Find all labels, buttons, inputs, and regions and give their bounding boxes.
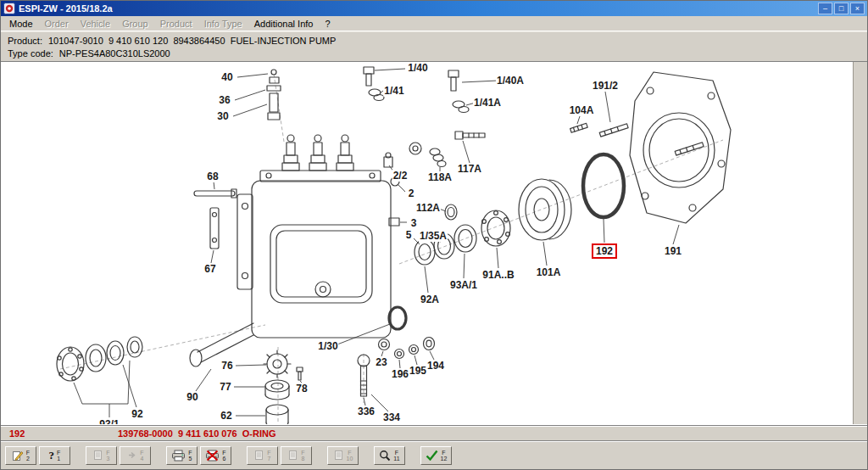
part-label-68[interactable]: 68 [206,171,219,182]
part-label-77[interactable]: 77 [219,381,231,393]
page-icon [253,450,264,461]
toolbar-button-f11[interactable]: F11 [374,446,405,465]
part-label-93A/1[interactable]: 93A/1 [449,279,478,291]
toolbar-button-f10: F10 [327,446,359,465]
toolbar-button-f12[interactable]: F12 [420,446,452,465]
part-label-194[interactable]: 194 [426,360,445,372]
menu-item-vehicle: Vehicle [75,18,116,30]
title-bar: ESPI-ZW - 2015/18.2a – □ × [1,1,867,16]
toolbar-group: F10 [327,446,359,465]
part-label-104A[interactable]: 104A [569,104,595,116]
fkey-label: F11 [393,450,399,462]
part-label-62[interactable]: 62 [220,410,232,422]
toolbar-group: F11 [374,446,405,465]
part-label-1/35A[interactable]: 1/35A [419,230,448,242]
part-label-334[interactable]: 334 [382,411,401,423]
toolbar-button-f8: F8 [281,446,312,465]
page-icon [287,450,298,461]
part-label-30[interactable]: 30 [216,110,229,122]
app-icon [3,3,15,14]
zoom-icon [379,450,391,462]
minimize-button[interactable]: – [818,3,832,14]
function-toolbar: F2?F1F3F4F5F6F7F8F10F11F12 [1,440,867,469]
part-label-layer: 4036301/401/411/40A1/41A682/2118A117A211… [1,62,853,424]
page-icon [333,450,344,461]
toolbar-button-f5[interactable]: F5 [166,446,198,465]
part-label-191/2[interactable]: 191/2 [592,80,619,92]
part-label-101A[interactable]: 101A [536,266,562,278]
part-label-92A[interactable]: 92A [420,294,440,305]
toolbar-button-f4: F4 [120,446,151,465]
part-label-36[interactable]: 36 [218,94,231,106]
part-label-5[interactable]: 5 [405,229,413,241]
toolbar-group: F2?F1 [5,446,70,465]
part-label-196[interactable]: 196 [391,368,409,380]
part-label-2/2[interactable]: 2/2 [392,170,409,182]
toolbar-button-f1[interactable]: ?F1 [39,446,70,465]
part-label-1/40A[interactable]: 1/40A [496,75,525,87]
part-label-191[interactable]: 191 [664,245,682,257]
part-label-76[interactable]: 76 [220,360,233,372]
part-label-1/30[interactable]: 1/30 [317,340,338,352]
page-icon [92,450,103,461]
part-label-40[interactable]: 40 [220,71,233,83]
maximize-button[interactable]: □ [834,3,849,14]
part-label-92[interactable]: 92 [131,408,143,420]
fkey-label: F1 [57,450,60,462]
menu-item-additional-info[interactable]: Additional Info [248,18,320,30]
print-cancel-icon [205,450,220,462]
part-label-1/40[interactable]: 1/40 [407,62,428,74]
fkey-label: F12 [441,450,448,462]
part-label-3[interactable]: 3 [410,217,418,229]
part-label-1/41[interactable]: 1/41 [383,85,404,97]
fkey-label: F4 [140,450,143,462]
part-label-90[interactable]: 90 [186,391,198,403]
part-label-91A..B[interactable]: 91A..B [481,269,515,281]
part-label-192[interactable]: 192 [592,243,617,259]
main-area: 4036301/401/411/40A1/41A682/2118A117A211… [1,62,867,425]
toolbar-group: F12 [420,446,452,465]
fkey-label: F5 [188,450,192,462]
product-value: 101047-9010 9 410 610 120 8943864450 FUE… [48,36,336,46]
close-button[interactable]: × [850,3,865,14]
toolbar-group: F3F4 [86,446,151,465]
menu-item-mode[interactable]: Mode [3,18,39,30]
window-title: ESPI-ZW - 2015/18.2a [19,3,816,14]
fkey-label: F2 [26,450,30,462]
app-window: ESPI-ZW - 2015/18.2a – □ × ModeOrderVehi… [0,0,868,470]
type-code-value: NP-PES4A80C310LS2000 [59,48,170,59]
fkey-label: F6 [222,450,225,462]
fkey-label: F10 [347,450,353,462]
part-label-67[interactable]: 67 [203,263,216,275]
toolbar-button-f7: F7 [247,446,278,465]
fkey-label: F8 [301,450,304,462]
toolbar-button-f6[interactable]: F6 [200,446,231,465]
toolbar-button-f3: F3 [86,446,117,465]
part-label-23[interactable]: 23 [375,356,387,368]
toolbar-button-f2[interactable]: F2 [5,446,36,465]
part-label-336[interactable]: 336 [357,406,376,417]
help-icon: ? [49,449,55,462]
menu-item-order: Order [39,18,75,30]
part-label-195[interactable]: 195 [409,365,427,377]
vertical-scrollbar[interactable] [853,62,867,424]
part-label-93/1[interactable]: 93/1 [98,418,120,424]
part-label-1/41A[interactable]: 1/41A [473,97,502,109]
part-label-118A[interactable]: 118A [427,171,453,183]
selected-part-number: 192 [1,428,118,439]
part-label-117A[interactable]: 117A [457,163,482,175]
menu-item-help[interactable]: ? [319,18,336,30]
status-bar: 192 139768-0000 9 411 610 076 O-RING [1,425,867,440]
toolbar-group: F5F6 [166,446,231,465]
part-label-78[interactable]: 78 [295,383,308,394]
arrow-icon [126,450,137,461]
part-label-2[interactable]: 2 [408,187,415,199]
menu-item-group: Group [116,18,154,30]
menu-item-info-type: Info Type [198,18,248,30]
product-label: Product: [8,36,42,46]
type-code-label: Type code: [8,48,53,59]
part-label-112A[interactable]: 112A [415,202,441,214]
fkey-label: F3 [106,450,109,462]
diagram-area: 4036301/401/411/40A1/41A682/2118A117A211… [1,62,853,424]
print-icon [171,450,186,462]
